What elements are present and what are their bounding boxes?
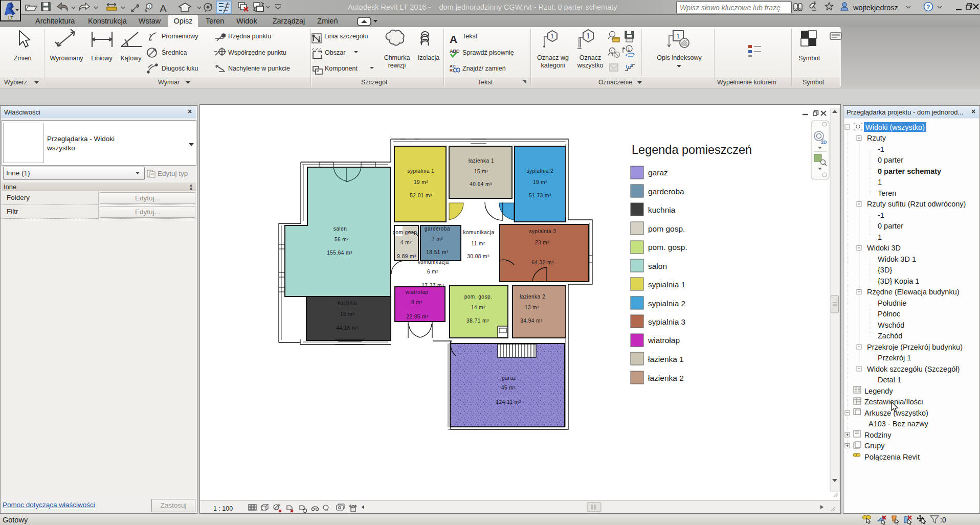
svg-text:{3D}: {3D} xyxy=(878,266,892,274)
svg-text:?: ? xyxy=(926,4,930,11)
svg-text:Widok 3D 1: Widok 3D 1 xyxy=(878,255,916,263)
svg-text:Widoki 3D: Widoki 3D xyxy=(867,244,901,252)
svg-text:A: A xyxy=(160,3,167,14)
svg-text:1: 1 xyxy=(878,178,882,186)
svg-text:Północ: Północ xyxy=(878,310,900,318)
svg-text:Arkusze (wszystko): Arkusze (wszystko) xyxy=(864,409,928,417)
svg-text:1: 1 xyxy=(550,32,554,40)
svg-text:Rzuty: Rzuty xyxy=(867,134,886,142)
svg-text:Detal 1: Detal 1 xyxy=(878,376,901,384)
svg-text:1: 1 xyxy=(628,47,630,52)
svg-text:1: 1 xyxy=(611,49,613,54)
svg-text:2D: 2D xyxy=(821,140,827,145)
svg-text:Przekroje (Przekrój budynku): Przekroje (Przekrój budynku) xyxy=(867,343,963,351)
svg-text::0: :0 xyxy=(940,516,946,524)
svg-text:A103 - Bez nazwy: A103 - Bez nazwy xyxy=(868,420,929,428)
svg-text:1: 1 xyxy=(878,233,882,241)
svg-text:1 : 100: 1 : 100 xyxy=(213,505,233,512)
svg-text:Południe: Południe xyxy=(878,299,906,307)
svg-text:0 parter: 0 parter xyxy=(878,222,903,230)
svg-text:Rodziny: Rodziny xyxy=(864,431,892,439)
svg-text:0 parter schematy: 0 parter schematy xyxy=(878,167,941,175)
svg-text:1: 1 xyxy=(611,33,613,37)
svg-text:Zachód: Zachód xyxy=(878,332,902,340)
svg-text:1: 1 xyxy=(586,32,590,40)
svg-text:{3D} Kopia 1: {3D} Kopia 1 xyxy=(878,277,919,285)
svg-text:Rzuty sufitu (Rzut odwrócony): Rzuty sufitu (Rzut odwrócony) xyxy=(867,200,966,208)
svg-text:LT: LT xyxy=(8,15,13,20)
svg-text:Legendy: Legendy xyxy=(864,387,893,395)
svg-text:Grupy: Grupy xyxy=(864,442,885,450)
svg-text:Połączenia Revit: Połączenia Revit xyxy=(864,453,920,461)
svg-text:A: A xyxy=(450,33,457,45)
svg-text:-1: -1 xyxy=(878,145,884,153)
svg-text:Rzędne (Elewacja budynku): Rzędne (Elewacja budynku) xyxy=(867,288,960,296)
svg-text:Widok szczegółu (Szczegół): Widok szczegółu (Szczegół) xyxy=(867,365,960,373)
svg-text:Przekrój 1: Przekrój 1 xyxy=(878,354,911,362)
svg-text:Widoki (wszystko): Widoki (wszystko) xyxy=(865,123,925,131)
svg-text:1: 1 xyxy=(676,32,680,40)
svg-text:-1: -1 xyxy=(878,211,884,219)
svg-text:Teren: Teren xyxy=(878,189,896,197)
svg-text:ABC: ABC xyxy=(450,48,460,54)
svg-text:1: 1 xyxy=(148,4,151,9)
svg-text:0 parter: 0 parter xyxy=(878,156,903,164)
svg-text:Wschód: Wschód xyxy=(878,321,904,329)
